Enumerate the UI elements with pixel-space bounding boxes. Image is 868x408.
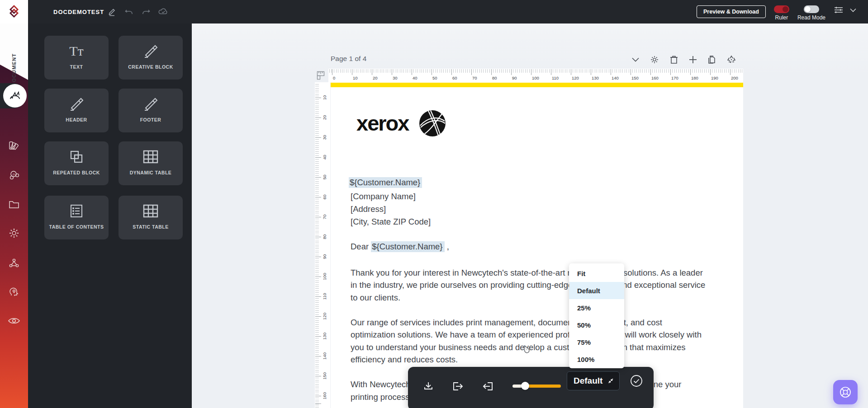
page-top-highlight: [331, 83, 743, 87]
edit-title-icon[interactable]: [107, 7, 117, 17]
page-settings-gear-icon[interactable]: [648, 53, 661, 66]
page-delete-trash-icon[interactable]: [668, 53, 680, 66]
paragraph-line[interactable]: in the industry, we pride ourselves on p…: [351, 280, 705, 290]
app-logo-icon: [6, 4, 22, 19]
left-icon-rail: DOCUMENT O: [0, 23, 28, 408]
ruler-number: 80: [491, 75, 497, 80]
sidebar-item-ideas[interactable]: [0, 282, 28, 302]
block-card-table-of-contents[interactable]: TABLE OF CONTENTS: [44, 196, 109, 239]
table-icon: [142, 202, 159, 220]
sidebar-item-preview[interactable]: [0, 311, 28, 331]
ruler-toggle-knob: [783, 6, 788, 12]
page-add-plus-icon[interactable]: [687, 53, 699, 66]
apply-check-icon[interactable]: [630, 375, 643, 387]
marker-icon: [142, 42, 159, 60]
help-button[interactable]: [833, 380, 858, 404]
read-mode-toggle-group: Read Mode: [797, 5, 825, 21]
gear-icon: [8, 227, 20, 239]
ruler-number: 60: [322, 193, 327, 201]
page-recycle-icon[interactable]: [725, 53, 738, 66]
marker-icon: [68, 95, 85, 113]
block-library-panel: Tт TEXT CREATIVE BLOCK HEADER FOOTER R: [28, 23, 192, 408]
paragraph-line[interactable]: efficiency and reduces costs.: [351, 355, 458, 365]
zoom-option-100[interactable]: 100%: [569, 351, 624, 368]
sidebar-item-design-tools[interactable]: [3, 84, 27, 108]
read-mode-toggle[interactable]: [804, 5, 819, 13]
zoom-level-select[interactable]: Default: [567, 371, 620, 390]
ruler-number: 10: [322, 94, 327, 102]
preview-download-button[interactable]: Preview & Download: [697, 5, 766, 18]
block-card-static-table[interactable]: STATIC TABLE: [119, 196, 183, 239]
ruler-number: 90: [511, 75, 517, 80]
block-card-label: STATIC TABLE: [133, 224, 169, 230]
ruler-number: 20: [372, 75, 378, 80]
design-tools-icon: [8, 89, 22, 103]
block-card-dynamic-table[interactable]: DYNAMIC TABLE: [119, 141, 183, 185]
sidebar-item-settings[interactable]: [0, 223, 28, 243]
address-line[interactable]: [Company Name]: [351, 192, 416, 202]
block-card-footer[interactable]: FOOTER: [119, 89, 183, 132]
text-icon: Tт: [69, 42, 83, 60]
xerox-logo-ball: [418, 109, 446, 139]
address-line[interactable]: [City, State ZIP Code]: [351, 217, 431, 227]
document-title: DOCDEMOTEST: [53, 0, 104, 23]
block-card-label: CREATIVE BLOCK: [128, 64, 173, 70]
app-logo[interactable]: [0, 0, 28, 23]
network-icon: [9, 258, 19, 268]
download-icon[interactable]: [421, 379, 436, 394]
ruler-number: 10: [352, 75, 358, 80]
sidebar-item-molecule[interactable]: O: [0, 165, 28, 185]
zoom-option-fit[interactable]: Fit: [569, 265, 624, 282]
ruler-number: 50: [322, 173, 327, 181]
block-card-repeated-block[interactable]: REPEATED BLOCK: [44, 141, 109, 185]
sidebar-item-folder[interactable]: [0, 194, 28, 214]
block-card-label: DYNAMIC TABLE: [130, 169, 172, 176]
paragraph-line[interactable]: you to understand your business needs an…: [351, 342, 685, 352]
page-header-row: Page 1 of 4: [331, 53, 743, 66]
ruler-number: 170: [670, 75, 678, 80]
zoom-option-default[interactable]: Default: [569, 282, 624, 299]
chevron-down-icon[interactable]: [848, 5, 858, 15]
paragraph-line[interactable]: optimization solutions. We have a team o…: [351, 330, 702, 340]
block-card-text[interactable]: Tт TEXT: [44, 36, 109, 80]
read-mode-toggle-label: Read Mode: [797, 14, 825, 21]
redo-icon[interactable]: [141, 7, 151, 17]
molecule-icon: O: [8, 169, 20, 181]
cloud-check-icon[interactable]: [158, 7, 168, 17]
ruler-number: 100: [531, 75, 539, 80]
zoom-option-25[interactable]: 25%: [569, 299, 624, 316]
export-icon[interactable]: [450, 379, 465, 394]
ruler-number: 160: [650, 75, 659, 80]
zoom-option-75[interactable]: 75%: [569, 333, 624, 351]
address-variable-line[interactable]: ${Customer.Name}: [349, 178, 422, 188]
ruler-number: 150: [322, 372, 327, 380]
ruler-number: 140: [322, 352, 327, 360]
block-card-header[interactable]: HEADER: [44, 89, 109, 132]
tune-icon[interactable]: [834, 5, 844, 15]
customer-name-variable[interactable]: ${Customer.Name}: [371, 241, 444, 252]
eye-icon: [8, 316, 20, 325]
import-icon[interactable]: [480, 379, 496, 394]
paragraph-line[interactable]: to our clients.: [351, 293, 400, 303]
customer-name-variable[interactable]: ${Customer.Name}: [349, 177, 422, 188]
paragraph-line[interactable]: Thank you for your interest in Newcytech…: [351, 268, 703, 278]
address-line[interactable]: [Address]: [351, 204, 386, 214]
zoom-option-50[interactable]: 50%: [569, 316, 624, 333]
ruler-number: 130: [591, 75, 599, 80]
zoom-slider-handle[interactable]: [521, 382, 529, 390]
ruler-corner-icon[interactable]: [315, 70, 326, 81]
sidebar-item-palette[interactable]: [0, 136, 28, 155]
fit-screen-arrows-icon: [607, 377, 615, 385]
sidebar-item-network[interactable]: [0, 253, 28, 273]
salutation-line[interactable]: Dear ${Customer.Name} ,: [351, 242, 449, 252]
rail-section-label: DOCUMENT: [0, 52, 28, 88]
ruler-number: 0: [332, 75, 335, 80]
block-card-creative-block[interactable]: CREATIVE BLOCK: [119, 36, 183, 80]
ruler-toggle[interactable]: [774, 5, 789, 13]
zoom-slider[interactable]: [512, 385, 561, 388]
ruler-number: 200: [730, 75, 738, 80]
salutation-prefix: Dear: [351, 242, 371, 251]
page-duplicate-copy-icon[interactable]: [706, 53, 718, 66]
page-collapse-chevron-icon[interactable]: [629, 53, 642, 66]
undo-icon[interactable]: [124, 7, 134, 17]
